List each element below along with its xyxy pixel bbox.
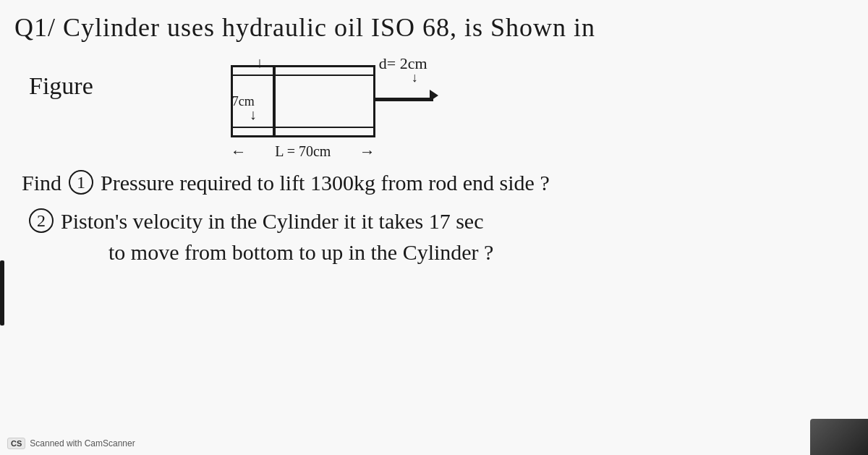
find-line: Find 1 Pressure required to lift 1300kg … (22, 166, 846, 199)
find-section: Find 1 Pressure required to lift 1300kg … (22, 166, 846, 268)
page-content: Q1/ Cylinder uses hydraulic oil ISO 68, … (0, 0, 868, 455)
length-dimension: ← L = 70cm → (231, 143, 375, 161)
question-2-line1-row: 2 Piston's velocity in the Cylinder it i… (29, 205, 846, 237)
question-2-line1-text: Piston's velocity in the Cylinder it it … (61, 205, 484, 237)
question-heading: Q1/ Cylinder uses hydraulic oil ISO 68, … (14, 11, 846, 45)
question-1-circle: 1 (69, 170, 93, 195)
find-label: Find (22, 166, 61, 199)
inner-down-arrow: ↓ (250, 106, 257, 123)
figure-row: Figure d= 2cm ↓ ↓ 7cm ↓ (14, 51, 846, 159)
cylinder-piston (273, 65, 276, 137)
figure-label: Figure (29, 72, 93, 100)
length-arrow-left: ← (231, 143, 247, 161)
footer: CS Scanned with CamScanner (7, 438, 135, 449)
question-1-text: Pressure required to lift 1300kg from ro… (101, 166, 550, 199)
scan-artifact (810, 419, 868, 455)
length-label: L = 70cm (247, 143, 359, 160)
d-label: d= 2cm (379, 54, 427, 73)
scanned-with-text: Scanned with CamScanner (30, 438, 135, 448)
cylinder-inner-bottom-line (231, 127, 375, 128)
length-arrow-right: → (359, 143, 375, 161)
cylinder-inner-top-line (231, 75, 375, 76)
left-bar-decoration (0, 260, 4, 326)
question-2-line2: to move from bottom to up in the Cylinde… (109, 237, 846, 268)
cylinder-rod (375, 98, 433, 101)
cylinder-rod-arrow (430, 90, 438, 101)
cylinder-diagram: d= 2cm ↓ ↓ 7cm ↓ ← L (216, 54, 441, 159)
q1-label: Q1/ Cylinder uses hydraulic oil ISO 68, … (14, 13, 595, 42)
cs-badge: CS (7, 438, 25, 449)
d-arrow: ↓ (412, 70, 418, 85)
question-2-circle: 2 (29, 208, 54, 233)
